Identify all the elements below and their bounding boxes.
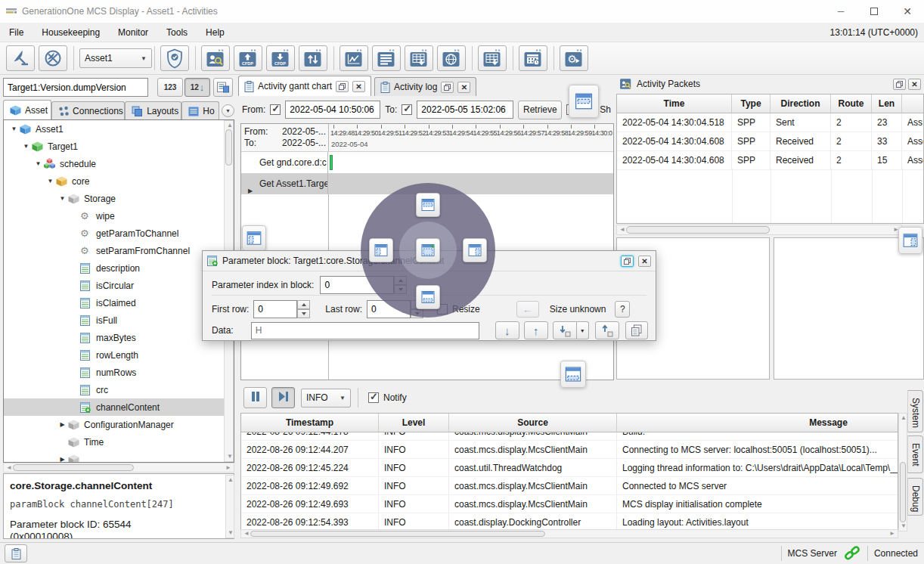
tree-item-schedule[interactable]: ▼schedule <box>4 155 234 172</box>
to-date-input[interactable] <box>417 101 513 119</box>
tab-activity-log[interactable]: Activity log ✕ <box>374 77 476 96</box>
dock-target-bottom[interactable] <box>416 285 440 309</box>
expand-arrow-icon[interactable]: ▶ <box>57 456 68 463</box>
close-icon[interactable]: ✕ <box>891 0 924 23</box>
tree-vscroll-thumb[interactable] <box>225 129 232 166</box>
log-row[interactable]: 2022-08-26 09:12:54.393INFOcoast.display… <box>241 513 898 531</box>
notes-button[interactable] <box>213 78 233 97</box>
pause-log-button[interactable] <box>243 387 267 408</box>
packets-hscrollbar[interactable]: ◄ ► <box>616 225 902 235</box>
tab-overflow-button[interactable]: ▼ <box>222 104 234 117</box>
menu-monitor[interactable]: Monitor <box>109 23 157 42</box>
web-window-icon[interactable] <box>437 45 466 71</box>
tree-item-partial[interactable]: ▶ <box>4 451 234 463</box>
shield-check-icon[interactable] <box>160 45 189 71</box>
packets-hscroll-thumb[interactable] <box>626 226 770 234</box>
from-checkbox[interactable] <box>270 104 281 115</box>
tree-item-Target1[interactable]: ▼Target1 <box>4 138 234 155</box>
packets-column-header[interactable] <box>902 95 924 113</box>
expand-arrow-icon[interactable]: ▶ <box>248 181 253 194</box>
log-column-header[interactable]: Timestamp <box>241 414 379 432</box>
download-to-file-button[interactable] <box>553 321 577 339</box>
details-vscrollbar[interactable]: ▲ ▼ <box>225 475 234 538</box>
close-tab-icon[interactable]: ✕ <box>352 81 365 92</box>
from-date-input[interactable] <box>285 101 380 119</box>
dock-target-right[interactable] <box>463 238 487 262</box>
first-row-input[interactable] <box>253 300 297 318</box>
packets-column-header[interactable]: Time <box>617 95 732 113</box>
menu-tools[interactable]: Tools <box>157 23 197 42</box>
sidebar-tab-layouts[interactable]: Layouts <box>125 101 181 120</box>
to-checkbox[interactable] <box>402 104 412 115</box>
calendar-window-icon[interactable] <box>519 45 547 71</box>
download-options-dropdown[interactable]: ▼ <box>577 321 589 339</box>
transfer-updown-icon[interactable] <box>299 45 327 71</box>
packet-row[interactable]: 2022-05-04 14:30:04.608SPPReceived233Ass… <box>617 132 923 151</box>
tree-item-numRows[interactable]: numRows <box>4 364 234 381</box>
float-panel-icon[interactable] <box>893 79 906 90</box>
settings-window-icon[interactable]: ⚙ <box>560 45 588 71</box>
menu-housekeeping[interactable]: Housekeeping <box>33 23 109 42</box>
close-tab-icon[interactable]: ✕ <box>457 82 470 93</box>
upload-from-file-button[interactable] <box>595 321 619 339</box>
retrieve-button[interactable]: Retrieve <box>518 101 562 119</box>
log-hscrollbar[interactable]: ◄ ► <box>240 529 898 538</box>
expand-arrow-icon[interactable]: ▶ <box>57 421 68 428</box>
copy-data-button[interactable] <box>625 321 648 339</box>
help-button[interactable]: ? <box>615 301 630 318</box>
log-hscroll-thumb[interactable] <box>250 531 545 537</box>
log-column-header[interactable]: Level <box>379 414 449 432</box>
clipboard-button[interactable] <box>5 544 27 562</box>
collapse-arrow-icon[interactable]: ▼ <box>45 178 56 184</box>
menu-help[interactable]: Help <box>197 23 234 42</box>
packets-column-header[interactable]: Route <box>831 95 872 113</box>
plot-window-icon[interactable] <box>340 45 368 71</box>
cfdp-download-icon[interactable]: CFDP <box>266 45 295 71</box>
tree-item-isCircular[interactable]: isCircular <box>4 277 234 294</box>
tree-item-ConfigurationManager[interactable]: ▶ConfigurationManager <box>4 416 234 433</box>
first-row-spinner[interactable] <box>297 300 310 318</box>
activity-search-icon[interactable] <box>201 45 230 71</box>
dock-right-indicator[interactable] <box>898 227 922 254</box>
tree-item-Asset1[interactable]: ▼Asset1 <box>4 120 234 138</box>
packet-row[interactable]: 2022-05-04 14:30:04.608SPPReceived215Ass… <box>617 151 923 170</box>
sidebar-tab-connections[interactable]: Connections <box>51 101 125 120</box>
dock-top-indicator[interactable] <box>569 85 599 118</box>
log-vscroll-thumb[interactable] <box>900 462 906 522</box>
upload-data-button[interactable]: ↑ <box>524 321 548 339</box>
tree-item-crc[interactable]: crc <box>4 381 234 398</box>
close-panel-icon[interactable]: ✕ <box>908 79 921 90</box>
packets-column-header[interactable]: Direction <box>771 95 831 113</box>
tree-hscrollbar[interactable]: ◄ ► <box>3 463 234 473</box>
sort-button[interactable]: 12 ↓ <box>184 78 210 97</box>
back-button[interactable]: ← <box>516 301 539 318</box>
tree-item-core[interactable]: ▼core <box>4 172 234 190</box>
side-tab-event[interactable]: Event <box>907 435 923 473</box>
menu-file[interactable]: File <box>0 23 33 42</box>
log-row[interactable]: 2022-08-26 09:12:49.692INFOcoast.mcs.dis… <box>241 477 898 495</box>
filter-input[interactable] <box>3 78 148 97</box>
log-vscrollbar[interactable]: ▲ ▼ <box>898 413 907 531</box>
sidebar-tab-ho[interactable]: Ho <box>181 101 219 120</box>
dock-target-top[interactable] <box>416 193 440 217</box>
tree-item-Time[interactable]: Time <box>4 433 234 451</box>
table-export-icon[interactable] <box>405 45 433 71</box>
collapse-arrow-icon[interactable]: ▼ <box>8 126 20 132</box>
tree-item-isFull[interactable]: isFull <box>4 311 234 329</box>
minimize-icon[interactable]: ─ <box>824 0 857 23</box>
side-tab-debug[interactable]: Debug <box>907 478 923 516</box>
satellite-offline-icon[interactable] <box>39 45 67 71</box>
sidebar-tab-asset[interactable]: Asset <box>3 100 51 120</box>
tab-activity-gantt-chart[interactable]: Activity gantt chart ✕ <box>238 76 371 96</box>
asset-selector[interactable]: Asset1 ▼ <box>79 48 152 68</box>
scroll-to-end-button[interactable] <box>271 387 295 408</box>
float-dialog-icon[interactable] <box>621 256 634 267</box>
tree-hscroll-thumb[interactable] <box>13 464 134 471</box>
gantt-row[interactable]: Get gnd.core.d:c <box>241 152 613 173</box>
satellite-dish-icon[interactable] <box>6 45 35 71</box>
dock-bottom-indicator[interactable] <box>560 361 586 388</box>
tree-item-rowLength[interactable]: rowLength <box>4 346 234 364</box>
dock-target-left[interactable] <box>369 238 393 262</box>
tree-item-getParamToChannel[interactable]: ⚙getParamToChannel <box>4 225 234 242</box>
close-dialog-icon[interactable]: ✕ <box>638 256 651 267</box>
